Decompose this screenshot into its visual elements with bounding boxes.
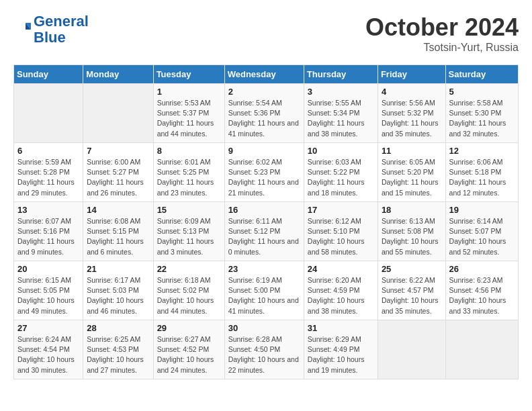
calendar-cell: 30Sunrise: 6:28 AM Sunset: 4:50 PM Dayli… xyxy=(224,320,304,379)
day-number: 19 xyxy=(449,205,515,215)
day-info: Sunrise: 6:18 AM Sunset: 5:02 PM Dayligh… xyxy=(157,275,221,316)
day-number: 30 xyxy=(228,323,300,333)
calendar-cell: 3Sunrise: 5:55 AM Sunset: 5:34 PM Daylig… xyxy=(304,84,378,143)
day-info: Sunrise: 5:58 AM Sunset: 5:30 PM Dayligh… xyxy=(449,98,515,139)
day-info: Sunrise: 5:54 AM Sunset: 5:36 PM Dayligh… xyxy=(228,98,300,139)
day-number: 31 xyxy=(308,323,374,333)
calendar-cell xyxy=(83,84,153,143)
day-info: Sunrise: 6:00 AM Sunset: 5:27 PM Dayligh… xyxy=(87,157,149,198)
calendar-cell: 21Sunrise: 6:17 AM Sunset: 5:03 PM Dayli… xyxy=(83,261,153,320)
day-number: 28 xyxy=(87,323,149,333)
day-number: 26 xyxy=(449,264,515,274)
logo: General Blue xyxy=(13,13,89,46)
title-block: October 2024 Tsotsin-Yurt, Russia xyxy=(365,13,519,54)
weekday-header-monday: Monday xyxy=(83,65,153,84)
day-number: 7 xyxy=(87,146,149,156)
weekday-header-saturday: Saturday xyxy=(445,65,518,84)
day-info: Sunrise: 6:01 AM Sunset: 5:25 PM Dayligh… xyxy=(157,157,221,198)
calendar-cell: 29Sunrise: 6:27 AM Sunset: 4:52 PM Dayli… xyxy=(153,320,224,379)
day-number: 5 xyxy=(449,87,515,97)
day-number: 14 xyxy=(87,205,149,215)
calendar-cell: 7Sunrise: 6:00 AM Sunset: 5:27 PM Daylig… xyxy=(83,143,153,202)
day-number: 16 xyxy=(228,205,300,215)
day-number: 15 xyxy=(157,205,221,215)
weekday-header-sunday: Sunday xyxy=(14,65,83,84)
day-info: Sunrise: 6:06 AM Sunset: 5:18 PM Dayligh… xyxy=(449,157,515,198)
day-number: 6 xyxy=(17,146,79,156)
day-number: 22 xyxy=(157,264,221,274)
day-number: 17 xyxy=(308,205,374,215)
day-info: Sunrise: 6:20 AM Sunset: 4:59 PM Dayligh… xyxy=(308,275,374,316)
day-info: Sunrise: 5:55 AM Sunset: 5:34 PM Dayligh… xyxy=(308,98,374,139)
calendar-cell: 2Sunrise: 5:54 AM Sunset: 5:36 PM Daylig… xyxy=(224,84,304,143)
month-title: October 2024 xyxy=(365,13,519,42)
day-info: Sunrise: 6:12 AM Sunset: 5:10 PM Dayligh… xyxy=(308,216,374,257)
day-info: Sunrise: 6:11 AM Sunset: 5:12 PM Dayligh… xyxy=(228,216,300,257)
day-info: Sunrise: 6:22 AM Sunset: 4:57 PM Dayligh… xyxy=(382,275,442,316)
day-info: Sunrise: 6:25 AM Sunset: 4:53 PM Dayligh… xyxy=(87,334,149,375)
location-subtitle: Tsotsin-Yurt, Russia xyxy=(365,42,519,54)
day-info: Sunrise: 5:56 AM Sunset: 5:32 PM Dayligh… xyxy=(382,98,442,139)
calendar-cell: 20Sunrise: 6:15 AM Sunset: 5:05 PM Dayli… xyxy=(14,261,83,320)
day-number: 27 xyxy=(17,323,79,333)
calendar-cell: 19Sunrise: 6:14 AM Sunset: 5:07 PM Dayli… xyxy=(445,202,518,261)
day-number: 18 xyxy=(382,205,442,215)
page-header: General Blue October 2024 Tsotsin-Yurt, … xyxy=(13,13,519,54)
day-number: 21 xyxy=(87,264,149,274)
calendar-cell xyxy=(445,320,518,379)
weekday-header-friday: Friday xyxy=(378,65,445,84)
weekday-header-thursday: Thursday xyxy=(304,65,378,84)
calendar-cell: 15Sunrise: 6:09 AM Sunset: 5:13 PM Dayli… xyxy=(153,202,224,261)
calendar-cell: 28Sunrise: 6:25 AM Sunset: 4:53 PM Dayli… xyxy=(83,320,153,379)
weekday-header-row: SundayMondayTuesdayWednesdayThursdayFrid… xyxy=(14,65,519,84)
calendar-cell: 13Sunrise: 6:07 AM Sunset: 5:16 PM Dayli… xyxy=(14,202,83,261)
day-info: Sunrise: 6:29 AM Sunset: 4:49 PM Dayligh… xyxy=(308,334,374,375)
day-number: 23 xyxy=(228,264,300,274)
calendar-week-row: 6Sunrise: 5:59 AM Sunset: 5:28 PM Daylig… xyxy=(14,143,519,202)
day-info: Sunrise: 6:07 AM Sunset: 5:16 PM Dayligh… xyxy=(17,216,79,257)
calendar-cell: 9Sunrise: 6:02 AM Sunset: 5:23 PM Daylig… xyxy=(224,143,304,202)
day-number: 29 xyxy=(157,323,221,333)
calendar-cell: 27Sunrise: 6:24 AM Sunset: 4:54 PM Dayli… xyxy=(14,320,83,379)
calendar-cell: 22Sunrise: 6:18 AM Sunset: 5:02 PM Dayli… xyxy=(153,261,224,320)
calendar-cell: 25Sunrise: 6:22 AM Sunset: 4:57 PM Dayli… xyxy=(378,261,445,320)
day-number: 13 xyxy=(17,205,79,215)
calendar-cell: 14Sunrise: 6:08 AM Sunset: 5:15 PM Dayli… xyxy=(83,202,153,261)
calendar-cell: 5Sunrise: 5:58 AM Sunset: 5:30 PM Daylig… xyxy=(445,84,518,143)
day-info: Sunrise: 6:17 AM Sunset: 5:03 PM Dayligh… xyxy=(87,275,149,316)
day-info: Sunrise: 5:59 AM Sunset: 5:28 PM Dayligh… xyxy=(17,157,79,198)
calendar-week-row: 27Sunrise: 6:24 AM Sunset: 4:54 PM Dayli… xyxy=(14,320,519,379)
day-number: 10 xyxy=(308,146,374,156)
weekday-header-wednesday: Wednesday xyxy=(224,65,304,84)
calendar-cell: 26Sunrise: 6:23 AM Sunset: 4:56 PM Dayli… xyxy=(445,261,518,320)
calendar-cell: 12Sunrise: 6:06 AM Sunset: 5:18 PM Dayli… xyxy=(445,143,518,202)
calendar-cell xyxy=(378,320,445,379)
calendar-cell: 16Sunrise: 6:11 AM Sunset: 5:12 PM Dayli… xyxy=(224,202,304,261)
day-number: 9 xyxy=(228,146,300,156)
day-number: 8 xyxy=(157,146,221,156)
day-info: Sunrise: 6:13 AM Sunset: 5:08 PM Dayligh… xyxy=(382,216,442,257)
day-info: Sunrise: 6:15 AM Sunset: 5:05 PM Dayligh… xyxy=(17,275,79,316)
day-number: 24 xyxy=(308,264,374,274)
calendar-cell: 18Sunrise: 6:13 AM Sunset: 5:08 PM Dayli… xyxy=(378,202,445,261)
calendar-cell: 31Sunrise: 6:29 AM Sunset: 4:49 PM Dayli… xyxy=(304,320,378,379)
weekday-header-tuesday: Tuesday xyxy=(153,65,224,84)
logo-icon xyxy=(13,20,32,39)
day-number: 20 xyxy=(17,264,79,274)
calendar-cell: 6Sunrise: 5:59 AM Sunset: 5:28 PM Daylig… xyxy=(14,143,83,202)
day-info: Sunrise: 6:23 AM Sunset: 4:56 PM Dayligh… xyxy=(449,275,515,316)
day-info: Sunrise: 6:19 AM Sunset: 5:00 PM Dayligh… xyxy=(228,275,300,316)
day-number: 4 xyxy=(382,87,442,97)
day-number: 11 xyxy=(382,146,442,156)
day-info: Sunrise: 6:05 AM Sunset: 5:20 PM Dayligh… xyxy=(382,157,442,198)
calendar-cell: 8Sunrise: 6:01 AM Sunset: 5:25 PM Daylig… xyxy=(153,143,224,202)
day-info: Sunrise: 6:27 AM Sunset: 4:52 PM Dayligh… xyxy=(157,334,221,375)
calendar-week-row: 13Sunrise: 6:07 AM Sunset: 5:16 PM Dayli… xyxy=(14,202,519,261)
calendar-week-row: 1Sunrise: 5:53 AM Sunset: 5:37 PM Daylig… xyxy=(14,84,519,143)
calendar-cell: 4Sunrise: 5:56 AM Sunset: 5:32 PM Daylig… xyxy=(378,84,445,143)
calendar-cell: 17Sunrise: 6:12 AM Sunset: 5:10 PM Dayli… xyxy=(304,202,378,261)
day-info: Sunrise: 6:09 AM Sunset: 5:13 PM Dayligh… xyxy=(157,216,221,257)
calendar-table: SundayMondayTuesdayWednesdayThursdayFrid… xyxy=(13,64,519,379)
day-info: Sunrise: 6:28 AM Sunset: 4:50 PM Dayligh… xyxy=(228,334,300,375)
day-info: Sunrise: 5:53 AM Sunset: 5:37 PM Dayligh… xyxy=(157,98,221,139)
